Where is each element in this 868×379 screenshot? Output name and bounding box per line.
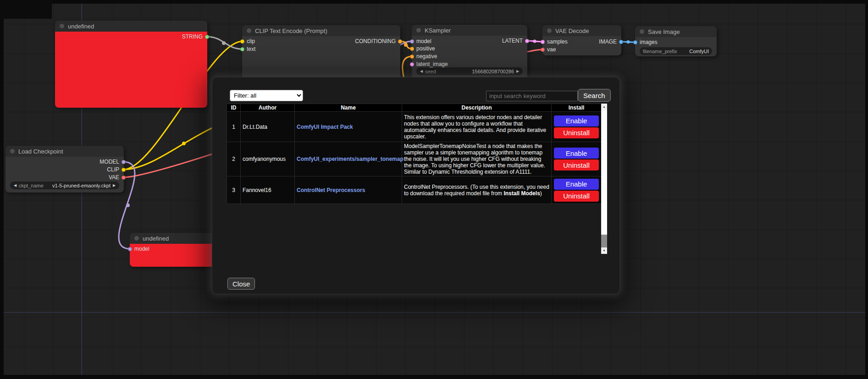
- node-body[interactable]: images filename_prefix ComfyUI: [635, 37, 717, 56]
- slot-dot-clip[interactable]: [122, 168, 126, 172]
- widget-decrement-icon[interactable]: ◀: [12, 183, 18, 187]
- cell-name: ComfyUI_experiments/sampler_tonemap: [295, 142, 402, 176]
- slot-label: model: [416, 38, 431, 44]
- widget-seed[interactable]: ◀ seed 156680208700286 ▶: [416, 67, 523, 75]
- enable-button[interactable]: Enable: [554, 115, 599, 126]
- uninstall-button[interactable]: Uninstall: [554, 191, 599, 202]
- slot-dot-vae[interactable]: [122, 176, 126, 180]
- slot-dot-vae[interactable]: [541, 48, 545, 52]
- slot-label: images: [640, 39, 658, 45]
- widget-increment-icon[interactable]: ▶: [111, 183, 117, 187]
- slot-dot-model[interactable]: [122, 160, 126, 164]
- node-title-bar[interactable]: CLIP Text Encode (Prompt): [242, 25, 400, 36]
- input-slot-negative: negative: [410, 53, 437, 60]
- node-title-bar[interactable]: undefined: [55, 21, 207, 32]
- cell-name: ComfyUI Impact Pack: [295, 112, 402, 142]
- node-body[interactable]: MODEL CLIP VAE ◀ ckpt_name v1-5-pruned-e…: [6, 157, 124, 192]
- cell-author: Fannovel16: [241, 176, 295, 204]
- header-install: Install: [552, 104, 602, 112]
- node-body[interactable]: STRING: [55, 32, 207, 108]
- node-title-bar[interactable]: VAE Decode: [542, 25, 621, 36]
- search-input[interactable]: [486, 91, 578, 101]
- extension-link[interactable]: ComfyUI_experiments/sampler_tonemap: [297, 156, 404, 162]
- node-ksampler[interactable]: KSampler model positive negative latent_…: [412, 25, 527, 80]
- input-slot-text: text: [240, 46, 255, 52]
- collapse-dot-icon[interactable]: [134, 236, 139, 241]
- uninstall-button[interactable]: Uninstall: [554, 159, 599, 170]
- node-title-bar[interactable]: KSampler: [412, 25, 527, 36]
- slot-dot-string[interactable]: [205, 35, 209, 39]
- collapse-dot-icon[interactable]: [60, 24, 64, 28]
- close-button[interactable]: Close: [227, 278, 255, 290]
- scrollbar[interactable]: ▲ ▼: [601, 104, 607, 254]
- header-name: Name: [295, 104, 402, 112]
- slot-dot-negative[interactable]: [410, 55, 414, 59]
- uninstall-button[interactable]: Uninstall: [554, 127, 599, 138]
- slot-label: CLIP: [107, 166, 119, 173]
- cell-id: 2: [227, 142, 241, 176]
- slot-label: MODEL: [100, 159, 119, 165]
- enable-button[interactable]: Enable: [554, 179, 599, 190]
- input-slot-samples: samples: [541, 38, 568, 45]
- cell-description: ModelSamplerTonemapNoiseTest a node that…: [402, 142, 552, 176]
- node-body[interactable]: samples vae IMAGE: [542, 36, 621, 55]
- node-title-bar[interactable]: Save Image: [635, 26, 717, 37]
- node-load-checkpoint[interactable]: Load Checkpoint MODEL CLIP VAE ◀ ckpt_na…: [6, 146, 124, 192]
- node-vae-decode[interactable]: VAE Decode samples vae IMAGE: [542, 25, 621, 55]
- collapse-dot-icon[interactable]: [247, 28, 251, 33]
- slot-dot-samples[interactable]: [541, 40, 545, 44]
- collapse-dot-icon[interactable]: [10, 149, 15, 154]
- widget-name: seed: [425, 69, 436, 74]
- header-id: ID: [227, 104, 241, 112]
- slot-dot-clip[interactable]: [240, 39, 244, 44]
- collapse-dot-icon[interactable]: [547, 28, 552, 33]
- node-title: undefined: [143, 235, 169, 242]
- link-dot-latent: [533, 40, 536, 43]
- scrollbar-thumb[interactable]: [601, 110, 607, 235]
- search-button[interactable]: Search: [578, 89, 611, 102]
- filter-select[interactable]: Filter: all: [230, 90, 303, 101]
- slot-dot-model[interactable]: [410, 39, 414, 44]
- collapse-dot-icon[interactable]: [416, 28, 421, 33]
- cell-description: This extension offers various detector n…: [402, 112, 552, 142]
- scroll-down-icon[interactable]: ▼: [601, 247, 607, 254]
- output-slot-conditioning: CONDITIONING: [355, 38, 402, 44]
- slot-dot-latent-image[interactable]: [410, 62, 414, 66]
- widget-value: ComfyUI: [689, 49, 709, 54]
- slot-dot-conditioning[interactable]: [398, 39, 402, 44]
- collapse-dot-icon[interactable]: [640, 29, 644, 34]
- widget-increment-icon[interactable]: ▶: [515, 69, 520, 73]
- widget-decrement-icon[interactable]: ◀: [419, 69, 424, 73]
- slot-dot-model[interactable]: [128, 247, 132, 251]
- output-slot-clip: CLIP: [107, 166, 126, 173]
- widget-value: 156680208700286: [472, 69, 514, 74]
- link-dot-image: [627, 40, 630, 44]
- scroll-up-icon[interactable]: ▲: [601, 104, 607, 110]
- slot-dot-latent[interactable]: [525, 39, 529, 43]
- cell-id: 3: [227, 176, 241, 204]
- node-body[interactable]: clip text CONDITIONING: [242, 36, 400, 80]
- link-dot-string: [222, 41, 226, 45]
- cell-description: ControlNet Preprocessors. (To use this e…: [402, 176, 552, 204]
- extension-link[interactable]: ComfyUI Impact Pack: [297, 124, 353, 130]
- description-text: This extension offers various detector n…: [404, 114, 546, 140]
- slot-dot-image[interactable]: [619, 40, 623, 44]
- input-slot-vae: vae: [541, 46, 556, 53]
- comfyui-app: undefined STRING CLIP Text Encode (Promp…: [0, 0, 868, 379]
- node-body[interactable]: model positive negative latent_image LAT…: [412, 36, 527, 80]
- widget-filename-prefix[interactable]: filename_prefix ComfyUI: [640, 47, 712, 55]
- node-clip-text-encode[interactable]: CLIP Text Encode (Prompt) clip text COND…: [242, 25, 400, 80]
- extensions-table: ID Author Name Description Install 1 Dr.…: [227, 104, 602, 204]
- slot-dot-images[interactable]: [633, 40, 637, 44]
- enable-button[interactable]: Enable: [554, 148, 599, 159]
- slot-dot-positive[interactable]: [410, 47, 414, 51]
- slot-label: clip: [247, 38, 255, 44]
- node-undefined-top[interactable]: undefined STRING: [55, 21, 207, 108]
- node-save-image[interactable]: Save Image images filename_prefix ComfyU…: [635, 26, 717, 56]
- slot-label: negative: [416, 53, 437, 60]
- slot-dot-text[interactable]: [240, 47, 244, 51]
- widget-ckpt-name[interactable]: ◀ ckpt_name v1-5-pruned-emaonly.ckpt ▶: [10, 181, 119, 189]
- output-slot-string: STRING: [182, 33, 209, 40]
- node-title-bar[interactable]: Load Checkpoint: [6, 146, 124, 157]
- extension-link[interactable]: ControlNet Preprocessors: [297, 187, 365, 193]
